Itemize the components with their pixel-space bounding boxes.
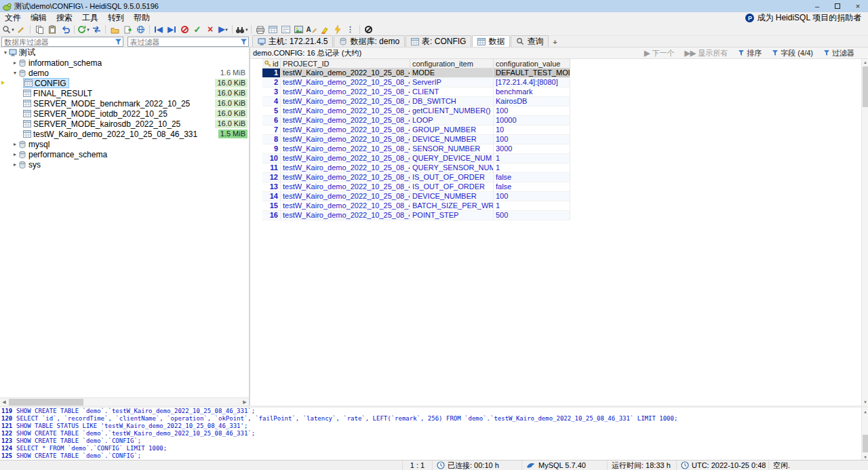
menu-help[interactable]: 帮助 — [129, 12, 155, 24]
cell-configuration-value[interactable]: 1 — [494, 154, 570, 163]
grid-vertical-scrollbar[interactable]: ▲ ▼ — [861, 59, 868, 406]
more-icon[interactable]: ⋮ — [344, 24, 357, 35]
cell-configuration-item[interactable]: DEVICE_NUMBER — [410, 192, 494, 201]
find-icon[interactable]: ▾ — [235, 24, 248, 35]
cell-project-id[interactable]: testW_Kairo_demo_2022_10_25_08_46_331 — [281, 182, 410, 192]
session-manager-icon[interactable]: ▾ — [2, 24, 14, 35]
cell-configuration-value[interactable]: benchmark — [494, 87, 570, 97]
cell-project-id[interactable]: testW_Kairo_demo_2022_10_25_08_46_331 — [281, 154, 410, 163]
cell-project-id[interactable]: testW_Kairo_demo_2022_10_25_08_46_331 — [281, 97, 410, 106]
column-header-configuration-item[interactable]: configuration_item — [410, 59, 494, 68]
sort-button[interactable]: 排序 — [738, 48, 762, 58]
reconnect-icon[interactable] — [90, 24, 102, 35]
cell-project-id[interactable]: testW_Kairo_demo_2022_10_25_08_46_331 — [281, 106, 410, 116]
cell-configuration-value[interactable]: 10 — [494, 125, 570, 135]
menu-search[interactable]: 搜索 — [52, 12, 77, 24]
table-row[interactable]: 1 testW_Kairo_demo_2022_10_25_08_46_331 … — [262, 68, 570, 78]
previous-icon[interactable]: ◀ — [153, 24, 165, 35]
cell-configuration-value[interactable]: 10000 — [494, 116, 570, 125]
cell-project-id[interactable]: testW_Kairo_demo_2022_10_25_08_46_331 — [281, 116, 410, 125]
tab-database[interactable]: 数据库: demo — [334, 35, 405, 47]
close-icon[interactable]: × — [848, 0, 868, 12]
commit-icon[interactable]: ✓ — [191, 24, 203, 35]
scroll-left-arrow-icon[interactable]: ◀ — [0, 398, 8, 406]
show-all-records-button[interactable]: ▶▶显示所有 — [684, 48, 728, 58]
log-vertical-scrollbar[interactable]: ▲ ▼ — [861, 408, 868, 460]
tree-horizontal-scrollbar[interactable]: ◀ ▶ — [0, 397, 249, 406]
minimize-icon[interactable]: – — [807, 0, 827, 12]
cell-configuration-value[interactable]: false — [494, 182, 570, 192]
print-icon[interactable] — [254, 24, 267, 35]
cell-configuration-value[interactable]: 3000 — [494, 144, 570, 154]
scroll-up-arrow-icon[interactable]: ▲ — [862, 408, 868, 414]
collapsed-arrow-icon[interactable]: ▸ — [12, 141, 18, 147]
cell-configuration-item[interactable]: GROUP_NUMBER — [410, 125, 494, 135]
table-row[interactable]: 3 testW_Kairo_demo_2022_10_25_08_46_331 … — [262, 87, 570, 97]
cell-id[interactable]: 16 — [262, 211, 281, 220]
cell-project-id[interactable]: testW_Kairo_demo_2022_10_25_08_46_331 — [281, 68, 410, 78]
table-row[interactable]: 7 testW_Kairo_demo_2022_10_25_08_46_331 … — [262, 125, 570, 135]
column-header-project-id[interactable]: PROJECT_ID — [281, 59, 410, 68]
table-row[interactable]: 16 testW_Kairo_demo_2022_10_25_08_46_331… — [262, 211, 570, 220]
tree-node-information-schema[interactable]: ▸ information_schema — [0, 58, 249, 68]
cell-project-id[interactable]: testW_Kairo_demo_2022_10_25_08_46_331 — [281, 135, 410, 144]
tree-node-config[interactable]: CONFIG 16.0 KiB — [0, 78, 249, 88]
cell-configuration-value[interactable]: [172.21.4.4]:[8080] — [494, 78, 570, 87]
cell-configuration-item[interactable]: DEVICE_NUMBER — [410, 135, 494, 144]
scrollbar-thumb[interactable] — [9, 399, 83, 406]
cell-configuration-item[interactable]: QUERY_SENSOR_NUM — [410, 163, 494, 173]
table-row[interactable]: 11 testW_Kairo_demo_2022_10_25_08_46_331… — [262, 163, 570, 173]
expanded-arrow-icon[interactable]: ▾ — [2, 50, 9, 56]
scrollbar-thumb[interactable] — [863, 435, 868, 452]
table-filter-input[interactable] — [127, 37, 250, 47]
collapsed-arrow-icon[interactable]: ▸ — [12, 151, 18, 157]
cell-project-id[interactable]: testW_Kairo_demo_2022_10_25_08_46_331 — [281, 192, 410, 201]
cell-configuration-item[interactable]: DB_SWITCH — [410, 97, 494, 106]
cell-configuration-value[interactable]: KairosDB — [494, 97, 570, 106]
cell-project-id[interactable]: testW_Kairo_demo_2022_10_25_08_46_331 — [281, 173, 410, 182]
web-icon[interactable] — [134, 24, 146, 35]
table-row[interactable]: 9 testW_Kairo_demo_2022_10_25_08_46_331 … — [262, 144, 570, 154]
tree-node-testw-kairo[interactable]: testW_Kairo_demo_2022_10_25_08_46_331 1.… — [0, 129, 249, 139]
refresh-icon[interactable]: ▾ — [77, 24, 90, 35]
cell-id[interactable]: 3 — [262, 87, 281, 97]
tab-host[interactable]: 主机: 172.21.4.5 — [252, 35, 333, 47]
cell-configuration-item[interactable]: BATCH_SIZE_PER_WRITE — [410, 201, 494, 211]
edit-text-icon[interactable]: A — [306, 24, 318, 35]
lightning-icon[interactable] — [332, 24, 344, 35]
columns-button[interactable]: 字段 (4/4) — [772, 48, 813, 58]
cell-id[interactable]: 4 — [262, 97, 281, 106]
scroll-up-arrow-icon[interactable]: ▲ — [862, 59, 868, 66]
tree-node-mysql[interactable]: ▸ mysql — [0, 139, 249, 149]
menu-edit[interactable]: 编辑 — [26, 12, 52, 24]
cell-configuration-item[interactable]: POINT_STEP — [410, 211, 494, 220]
export-icon[interactable] — [121, 24, 134, 35]
table-row[interactable]: 13 testW_Kairo_demo_2022_10_25_08_46_331… — [262, 182, 570, 192]
database-filter-input[interactable] — [1, 37, 123, 47]
table-row[interactable]: 4 testW_Kairo_demo_2022_10_25_08_46_331 … — [262, 97, 570, 106]
tab-data[interactable]: 数据 — [472, 35, 510, 47]
tree-node-session[interactable]: ▾ 测试 — [0, 47, 249, 58]
table-row[interactable]: 14 testW_Kairo_demo_2022_10_25_08_46_331… — [262, 192, 570, 201]
cell-id[interactable]: 14 — [262, 192, 281, 201]
cell-id[interactable]: 9 — [262, 144, 281, 154]
cell-project-id[interactable]: testW_Kairo_demo_2022_10_25_08_46_331 — [281, 125, 410, 135]
cell-id[interactable]: 11 — [262, 163, 281, 173]
cell-id[interactable]: 1 — [262, 68, 281, 78]
cell-configuration-item[interactable]: getCLIENT_NUMBER() — [410, 106, 494, 116]
column-header-configuration-value[interactable]: configuration_value — [494, 59, 570, 68]
table-row[interactable]: 5 testW_Kairo_demo_2022_10_25_08_46_331 … — [262, 106, 570, 116]
open-sql-file-icon[interactable] — [108, 24, 121, 35]
tree-node-sys[interactable]: ▸ sys — [0, 159, 249, 170]
menu-file[interactable]: 文件 — [0, 12, 26, 24]
cell-configuration-value[interactable]: 1 — [494, 201, 570, 211]
cell-id[interactable]: 5 — [262, 106, 281, 116]
run-query-icon[interactable]: ▶▾ — [217, 24, 229, 35]
tree-node-server-mode-kairosdb[interactable]: SERVER_MODE_kairosdb_2022_10_25 16.0 KiB — [0, 119, 249, 129]
cell-id[interactable]: 7 — [262, 125, 281, 135]
filter-button[interactable]: 过滤器 — [823, 48, 854, 58]
cell-id[interactable]: 10 — [262, 154, 281, 163]
cell-project-id[interactable]: testW_Kairo_demo_2022_10_25_08_46_331 — [281, 144, 410, 154]
cell-configuration-value[interactable]: 100 — [494, 106, 570, 116]
scroll-right-arrow-icon[interactable]: ▶ — [241, 398, 249, 406]
